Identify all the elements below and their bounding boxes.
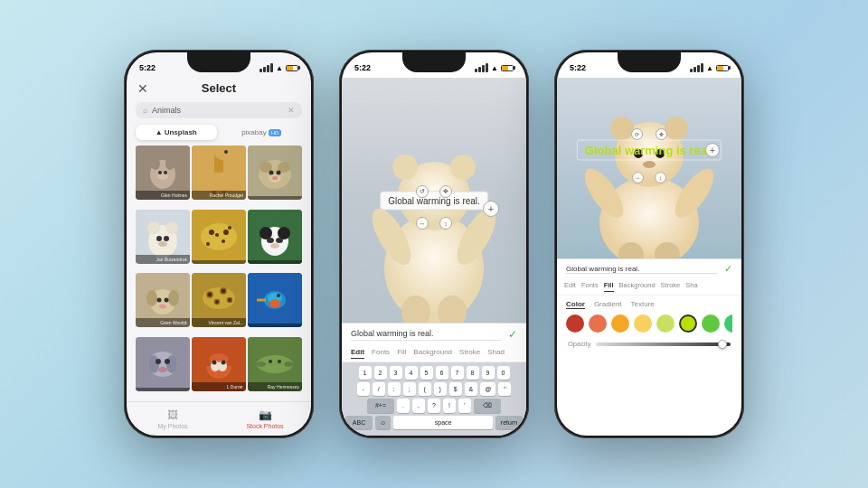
color-swatch-orange-red[interactable] <box>589 314 607 333</box>
kb-key-1[interactable]: 1 <box>359 366 372 380</box>
p3-tab-fonts[interactable]: Fonts <box>581 281 599 292</box>
p2-ctrl-move[interactable]: ✥ <box>439 185 452 198</box>
p3-color-tab-gradient[interactable]: Gradient <box>594 300 622 309</box>
p1-tab-pixabay[interactable]: pixabay HD <box>222 125 303 140</box>
p1-search-clear[interactable]: ✕ <box>288 106 295 115</box>
p3-tab-shadow[interactable]: Sha <box>685 281 697 292</box>
p2-ctrl-below-2[interactable]: ↕ <box>439 217 452 230</box>
kb-key-question[interactable]: ? <box>428 399 440 413</box>
kb-key-5[interactable]: 5 <box>420 366 433 380</box>
color-swatch-yellow[interactable] <box>634 314 652 333</box>
list-item[interactable] <box>248 145 302 200</box>
p3-ctrl-1[interactable]: ⟳ <box>631 128 643 140</box>
kb-key-hashplus[interactable]: #+= <box>367 399 394 413</box>
p2-edit-tabs: Edit Fonts Fill Background Stroke Shad <box>342 345 526 362</box>
p3-tab-background[interactable]: Background <box>619 281 656 292</box>
color-swatch-yellow-green[interactable] <box>656 314 675 333</box>
color-swatch-red[interactable] <box>566 314 584 333</box>
p3-text-input[interactable]: Global warming is real. <box>566 265 717 274</box>
kb-key-7[interactable]: 7 <box>451 366 464 380</box>
list-item[interactable]: Glen Holmes <box>136 145 190 200</box>
kb-key-8[interactable]: 8 <box>467 366 479 380</box>
p2-tab-shadow[interactable]: Shad <box>487 348 505 359</box>
kb-key-space[interactable]: space <box>393 416 493 429</box>
svg-point-48 <box>157 298 162 303</box>
list-item[interactable]: L Durrer <box>192 337 246 391</box>
kb-key-period[interactable]: . <box>397 399 410 413</box>
svg-point-27 <box>164 236 169 241</box>
kb-key-3[interactable]: 3 <box>390 366 402 380</box>
p3-color-tab-texture[interactable]: Texture <box>631 300 655 309</box>
kb-key-return[interactable]: return <box>495 416 523 429</box>
kb-key-exclaim[interactable]: ! <box>443 399 456 413</box>
color-swatch-emerald[interactable] <box>724 314 732 333</box>
kb-key-comma[interactable]: , <box>412 399 425 413</box>
kb-key-lparen[interactable]: ( <box>419 382 431 396</box>
p3-confirm-button[interactable]: ✓ <box>724 263 732 275</box>
list-item[interactable]: Jan Buizendruk <box>136 210 190 264</box>
svg-point-82 <box>269 360 272 363</box>
kb-key-at[interactable]: @ <box>480 382 495 396</box>
kb-key-dash[interactable]: - <box>357 382 370 396</box>
list-item[interactable] <box>136 337 190 391</box>
kb-key-slash[interactable]: / <box>373 382 385 396</box>
svg-point-19 <box>269 171 274 175</box>
p2-tab-stroke[interactable]: Stroke <box>459 348 480 359</box>
list-item[interactable]: Ray Hennessey <box>248 337 302 391</box>
kb-key-semicolon[interactable]: ; <box>403 382 416 396</box>
p2-confirm-button[interactable]: ✓ <box>508 328 517 341</box>
kb-key-dollar[interactable]: $ <box>449 382 462 396</box>
p2-image-area: Global warming is real. ↺ ✥ ↔ ↕ + <box>342 78 526 323</box>
kb-key-6[interactable]: 6 <box>436 366 448 380</box>
p1-search-bar[interactable]: ⌕ Animals ✕ <box>136 102 302 118</box>
list-item[interactable]: Rachel Proudget <box>192 145 246 200</box>
p3-tab-stroke[interactable]: Stroke <box>661 281 681 292</box>
p1-close-button[interactable]: ✕ <box>137 81 148 96</box>
p3-ctrl-3[interactable]: ↔ <box>632 172 644 183</box>
p3-tab-edit[interactable]: Edit <box>564 281 576 292</box>
p1-bottom-my-photos[interactable]: 🖼 My Photos <box>127 402 219 436</box>
kb-key-rparen[interactable]: ) <box>434 382 447 396</box>
p2-tab-background[interactable]: Background <box>413 348 452 359</box>
p2-tab-fonts[interactable]: Fonts <box>372 348 390 359</box>
p3-time: 5:22 <box>570 63 586 72</box>
list-item[interactable] <box>248 273 302 327</box>
p2-add-button[interactable]: + <box>483 201 499 217</box>
list-item[interactable]: Vincent van Zal... <box>192 273 246 327</box>
p3-color-tab-color[interactable]: Color <box>566 300 585 309</box>
list-item[interactable] <box>248 210 302 264</box>
kb-key-2[interactable]: 2 <box>374 366 387 380</box>
list-item[interactable]: Geen Woolijk <box>136 273 190 327</box>
kb-key-colon[interactable]: : <box>388 382 401 396</box>
kb-key-amp[interactable]: & <box>465 382 478 396</box>
kb-key-4[interactable]: 4 <box>405 366 418 380</box>
kb-key-delete[interactable]: ⌫ <box>474 399 501 413</box>
battery-icon <box>286 65 298 71</box>
p3-tab-fill[interactable]: Fill <box>604 281 614 292</box>
svg-point-77 <box>222 360 226 364</box>
list-item[interactable] <box>192 210 246 264</box>
color-swatch-orange[interactable] <box>611 314 629 333</box>
kb-key-quote[interactable]: " <box>498 382 511 396</box>
p3-opacity-thumb[interactable] <box>718 340 727 349</box>
p1-tab-unsplash[interactable]: ▲ Unsplash <box>136 125 217 140</box>
kb-key-emoji[interactable]: ☺ <box>375 416 391 429</box>
kb-key-0[interactable]: 0 <box>497 366 510 380</box>
p2-ctrl-below-1[interactable]: ↔ <box>416 217 429 230</box>
p3-ctrl-4[interactable]: ↕ <box>655 172 666 183</box>
p3-ctrl-2[interactable]: ✥ <box>656 128 667 140</box>
p2-ctrl-rotate[interactable]: ↺ <box>416 185 429 198</box>
kb-key-abc[interactable]: ABC <box>345 416 373 429</box>
p3-add-button[interactable]: + <box>705 143 720 157</box>
p3-color-section: Color Gradient Texture Opacity <box>557 296 741 352</box>
p3-opacity-track[interactable] <box>596 343 731 346</box>
p2-text-input[interactable]: Global warming is real. <box>351 329 501 341</box>
p1-bottom-stock-photos[interactable]: 📷 Stock Photos <box>219 402 311 436</box>
p3-text-overlay[interactable]: Global warming is real. <box>577 140 722 161</box>
kb-key-9[interactable]: 9 <box>482 366 495 380</box>
p2-tab-edit[interactable]: Edit <box>351 348 364 359</box>
kb-key-apostrophe[interactable]: ' <box>458 399 471 413</box>
color-swatch-lime[interactable] <box>679 314 697 333</box>
color-swatch-green[interactable] <box>702 314 720 333</box>
p2-tab-fill[interactable]: Fill <box>397 348 406 359</box>
